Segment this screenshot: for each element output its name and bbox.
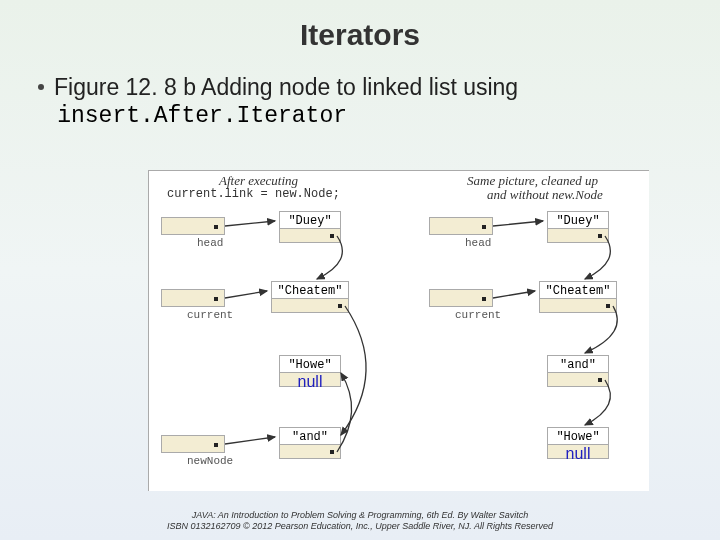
svg-line-0 bbox=[225, 221, 275, 226]
footer-line2: ISBN 0132162709 © 2012 Pearson Education… bbox=[167, 521, 553, 531]
figure-area: After executing current.link = new.Node;… bbox=[148, 170, 649, 491]
footer-line1: JAVA: An Introduction to Problem Solving… bbox=[192, 510, 529, 520]
footer: JAVA: An Introduction to Problem Solving… bbox=[0, 510, 720, 532]
svg-line-3 bbox=[493, 221, 543, 226]
svg-line-4 bbox=[493, 291, 535, 298]
svg-line-1 bbox=[225, 291, 267, 298]
bullet-text: Figure 12. 8 b Adding node to linked lis… bbox=[54, 74, 518, 100]
slide-title: Iterators bbox=[0, 0, 720, 52]
bullet-dot bbox=[38, 84, 44, 90]
bullet-code: insert.After.Iterator bbox=[57, 103, 347, 129]
svg-line-2 bbox=[225, 437, 275, 444]
diagram-arrows bbox=[149, 171, 649, 491]
bullet-item: Figure 12. 8 b Adding node to linked lis… bbox=[38, 74, 720, 129]
